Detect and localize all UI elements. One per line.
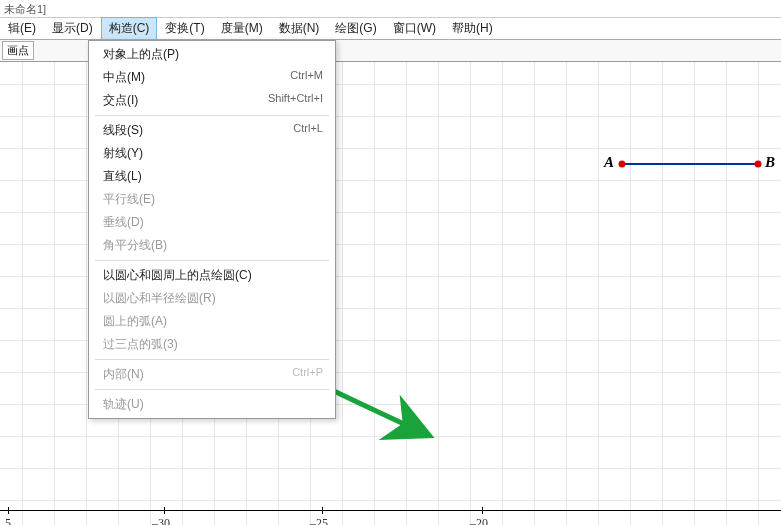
title-bar: 未命名1] xyxy=(0,0,781,18)
menu-item: 轨迹(U) xyxy=(89,393,335,416)
tick-label: 5 xyxy=(5,516,11,525)
menu-measure[interactable]: 度量(M) xyxy=(213,17,271,40)
menu-item[interactable]: 以圆心和圆周上的点绘圆(C) xyxy=(89,264,335,287)
menu-item-label: 交点(I) xyxy=(103,92,138,109)
tick-mark xyxy=(322,507,323,514)
menu-item-label: 轨迹(U) xyxy=(103,396,144,413)
tick-mark xyxy=(8,507,9,514)
menu-item: 垂线(D) xyxy=(89,211,335,234)
point-b[interactable] xyxy=(755,161,762,168)
tick-label: –20 xyxy=(470,516,488,525)
point-a[interactable] xyxy=(619,161,626,168)
menu-edit[interactable]: 辑(E) xyxy=(0,17,44,40)
menu-item-label: 射线(Y) xyxy=(103,145,143,162)
tick-mark xyxy=(482,507,483,514)
menu-item: 过三点的弧(3) xyxy=(89,333,335,356)
tick-label: –30 xyxy=(152,516,170,525)
menu-item: 平行线(E) xyxy=(89,188,335,211)
menu-item-label: 过三点的弧(3) xyxy=(103,336,178,353)
tick-mark xyxy=(164,507,165,514)
menu-item: 内部(N)Ctrl+P xyxy=(89,363,335,386)
construct-menu-dropdown: 对象上的点(P)中点(M)Ctrl+M交点(I)Shift+Ctrl+I线段(S… xyxy=(88,40,336,419)
menu-transform[interactable]: 变换(T) xyxy=(157,17,212,40)
tick-label: –25 xyxy=(310,516,328,525)
menu-item-label: 线段(S) xyxy=(103,122,143,139)
label-b[interactable]: B xyxy=(765,154,775,171)
menu-plot[interactable]: 绘图(G) xyxy=(327,17,384,40)
menu-item[interactable]: 中点(M)Ctrl+M xyxy=(89,66,335,89)
menu-item: 圆上的弧(A) xyxy=(89,310,335,333)
label-a[interactable]: A xyxy=(604,154,614,171)
menu-item-label: 内部(N) xyxy=(103,366,144,383)
tool-point-button[interactable]: 画点 xyxy=(2,41,34,60)
menu-item-label: 圆上的弧(A) xyxy=(103,313,167,330)
menu-item-label: 以圆心和圆周上的点绘圆(C) xyxy=(103,267,252,284)
menu-help[interactable]: 帮助(H) xyxy=(444,17,501,40)
menu-item[interactable]: 线段(S)Ctrl+L xyxy=(89,119,335,142)
menu-data[interactable]: 数据(N) xyxy=(271,17,328,40)
x-axis xyxy=(0,510,781,511)
menu-item-label: 以圆心和半径绘圆(R) xyxy=(103,290,216,307)
menu-item-label: 角平分线(B) xyxy=(103,237,167,254)
menu-item-shortcut: Ctrl+M xyxy=(290,69,323,86)
menu-construct[interactable]: 构造(C) xyxy=(101,17,158,40)
menu-separator xyxy=(95,389,329,390)
menu-item-shortcut: Shift+Ctrl+I xyxy=(268,92,323,109)
menu-item: 以圆心和半径绘圆(R) xyxy=(89,287,335,310)
menu-item-label: 对象上的点(P) xyxy=(103,46,179,63)
menu-bar: 辑(E) 显示(D) 构造(C) 变换(T) 度量(M) 数据(N) 绘图(G)… xyxy=(0,18,781,40)
menu-item-label: 平行线(E) xyxy=(103,191,155,208)
menu-display[interactable]: 显示(D) xyxy=(44,17,101,40)
segment-ab[interactable] xyxy=(622,163,758,165)
menu-item: 角平分线(B) xyxy=(89,234,335,257)
menu-item-shortcut: Ctrl+P xyxy=(292,366,323,383)
menu-item-shortcut: Ctrl+L xyxy=(293,122,323,139)
menu-item[interactable]: 射线(Y) xyxy=(89,142,335,165)
menu-item-label: 中点(M) xyxy=(103,69,145,86)
menu-item[interactable]: 对象上的点(P) xyxy=(89,43,335,66)
menu-item[interactable]: 交点(I)Shift+Ctrl+I xyxy=(89,89,335,112)
menu-item-label: 垂线(D) xyxy=(103,214,144,231)
menu-separator xyxy=(95,359,329,360)
menu-item-label: 直线(L) xyxy=(103,168,142,185)
menu-item[interactable]: 直线(L) xyxy=(89,165,335,188)
menu-separator xyxy=(95,115,329,116)
menu-window[interactable]: 窗口(W) xyxy=(385,17,444,40)
menu-separator xyxy=(95,260,329,261)
